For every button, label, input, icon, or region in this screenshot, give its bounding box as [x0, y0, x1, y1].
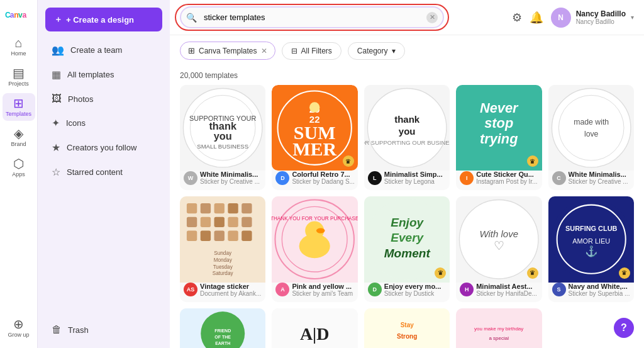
template-card-8[interactable]: With love ♡ ♛ H Minimalist Aest... Stick…: [456, 196, 541, 301]
left-panel: ＋ + Create a design 👥 Create a team ▦ Al…: [38, 0, 170, 348]
card-title: Minimalist Simp...: [384, 171, 443, 178]
all-filters-button[interactable]: ⊟ All Filters: [282, 42, 341, 60]
svg-text:Never: Never: [480, 100, 519, 116]
card-subtitle: Sticker by Superbia ...: [569, 290, 630, 297]
svg-text:FOR SUPPORTING OUR BUSINESS: FOR SUPPORTING OUR BUSINESS: [364, 139, 450, 146]
create-design-button[interactable]: ＋ + Create a design: [45, 8, 162, 31]
sidebar-item-growup[interactable]: ⊕ Grow up: [3, 314, 35, 342]
panel-item-trash[interactable]: 🗑 Trash: [45, 319, 162, 340]
card-avatar: A: [275, 283, 289, 296]
sidebar-item-brand[interactable]: ◈ Brand: [3, 123, 35, 151]
sidebar-item-apps[interactable]: ⬡ Apps: [3, 154, 35, 181]
template-card-9[interactable]: SURFING CLUB AMOR LIEU ⚓ ♛ S Navy and Wh…: [548, 196, 634, 301]
search-wrap: 🔍 ✕: [180, 6, 444, 28]
template-card-3[interactable]: Never stop trying ♛ I Cute Sticker Qu...…: [456, 85, 541, 190]
svg-point-17: [309, 102, 319, 112]
template-card-13[interactable]: you make my birthday a special: [456, 308, 541, 348]
card-title: Vintage sticker: [200, 283, 261, 290]
panel-item-starred[interactable]: ☆ Starred content: [45, 161, 162, 183]
panel-label-create-team: Create a team: [70, 45, 122, 55]
team-icon: 👥: [52, 44, 64, 56]
sidebar-item-home[interactable]: ⌂ Home: [3, 33, 35, 60]
template-card-4[interactable]: made with love C White Minimalis... Stic…: [548, 85, 634, 190]
chip-remove-icon[interactable]: ✕: [261, 47, 267, 55]
search-clear-button[interactable]: ✕: [426, 12, 438, 23]
panel-label-all-templates: All templates: [67, 70, 114, 79]
card-title: Navy and White,...: [569, 283, 630, 290]
panel-item-create-team[interactable]: 👥 Create a team: [45, 39, 162, 61]
card-title: Minimalist Aest...: [476, 283, 537, 290]
svg-text:a: a: [9, 11, 14, 19]
svg-rect-39: [228, 217, 238, 227]
template-card-7[interactable]: Enjoy Every Moment ♛ D Enjoy every mo...…: [364, 196, 450, 301]
svg-text:AMOR LIEU: AMOR LIEU: [572, 237, 610, 245]
svg-rect-31: [187, 203, 197, 213]
plus-icon: ＋: [54, 14, 62, 25]
template-card-6[interactable]: THANK YOU FOR YOUR PURCHASE A Pink and y…: [272, 196, 357, 301]
user-sub: Nancy Badillo: [576, 18, 626, 25]
help-button[interactable]: ?: [614, 318, 634, 338]
svg-text:SURFING CLUB: SURFING CLUB: [565, 225, 618, 232]
template-card-10[interactable]: FRIEND OF THE EARTH: [180, 308, 265, 348]
template-card-5[interactable]: Sunday Monday Tuesday Saturday AS Vintag…: [180, 196, 265, 301]
canva-logo[interactable]: C a n v a: [3, 6, 35, 25]
user-info[interactable]: N Nancy Badillo Nancy Badillo ▾: [551, 8, 634, 28]
sidebar-label-templates: Templates: [6, 111, 31, 117]
svg-rect-43: [214, 231, 225, 241]
svg-rect-35: [242, 203, 252, 213]
panel-label-trash: Trash: [68, 325, 89, 335]
category-button[interactable]: Category ▾: [348, 42, 405, 60]
svg-point-26: [552, 88, 630, 167]
settings-icon[interactable]: ⚙: [512, 11, 522, 25]
canva-templates-chip[interactable]: ⊞ Canva Templates ✕: [180, 42, 275, 60]
card-title: Pink and yellow ...: [292, 283, 353, 290]
projects-icon: ▤: [13, 67, 25, 79]
card-avatar: D: [368, 283, 382, 296]
svg-text:OF THE: OF THE: [214, 335, 231, 339]
growup-icon: ⊕: [13, 318, 24, 330]
card-title: White Minimalis...: [569, 171, 628, 178]
sidebar-label-apps: Apps: [12, 171, 25, 177]
sidebar-label-brand: Brand: [11, 141, 26, 147]
svg-point-54: [316, 228, 325, 233]
svg-text:MER: MER: [293, 138, 337, 159]
svg-rect-33: [214, 203, 225, 213]
category-label: Category: [357, 47, 388, 55]
panel-item-creators[interactable]: ★ Creators you follow: [45, 137, 162, 159]
svg-text:♡: ♡: [494, 239, 504, 252]
svg-text:v: v: [18, 11, 22, 19]
trash-icon: 🗑: [52, 324, 62, 335]
templates-icon: ⊞: [13, 97, 24, 109]
svg-rect-40: [242, 217, 252, 227]
search-input[interactable]: [180, 6, 444, 28]
template-card-0[interactable]: SUPPORTING YOUR thank you SMALL BUSINESS…: [180, 85, 265, 190]
topbar-icons: ⚙ 🔔 N Nancy Badillo Nancy Badillo ▾: [512, 8, 634, 28]
home-icon: ⌂: [14, 36, 22, 49]
notification-icon[interactable]: 🔔: [530, 11, 543, 25]
template-card-2[interactable]: thank you FOR SUPPORTING OUR BUSINESS L …: [364, 85, 450, 190]
card-subtitle: Sticker by Legona: [384, 178, 443, 185]
sidebar-item-projects[interactable]: ▤ Projects: [3, 63, 35, 91]
template-card-1[interactable]: 20 22 SUM MER ♛ D Colorful Retro 7... St…: [272, 85, 357, 190]
template-card-12[interactable]: Stay Strong: [364, 308, 450, 348]
panel-item-photos[interactable]: 🖼 Photos: [45, 88, 162, 109]
card-subtitle: Sticker by Dadang S...: [292, 178, 355, 185]
search-icon: 🔍: [186, 13, 197, 23]
card-title: Colorful Retro 7...: [292, 171, 355, 178]
sidebar-item-templates[interactable]: ⊞ Templates: [3, 93, 35, 121]
card-subtitle: Sticker by ami's Team: [292, 290, 353, 297]
card-avatar: W: [184, 171, 197, 185]
filter-icon: ⊟: [291, 47, 297, 55]
chip-label: Canva Templates: [199, 47, 257, 55]
templates-grid: SUPPORTING YOUR thank you SMALL BUSINESS…: [180, 85, 634, 348]
templates-count: 20,000 templates: [180, 66, 634, 85]
svg-text:EARTH: EARTH: [215, 341, 230, 345]
svg-rect-44: [228, 231, 238, 241]
chip-icon: ⊞: [188, 46, 195, 55]
template-card-11[interactable]: A|D: [272, 308, 357, 348]
panel-item-all-templates[interactable]: ▦ All templates: [45, 64, 162, 86]
card-title: Cute Sticker Qu...: [476, 171, 537, 178]
sidebar-label-growup: Grow up: [8, 332, 29, 338]
panel-item-icons[interactable]: ✦ Icons: [45, 112, 162, 134]
main-content: 🔍 ✕ ⚙ 🔔 N Nancy Badillo Nancy Badillo ▾ …: [170, 0, 644, 348]
